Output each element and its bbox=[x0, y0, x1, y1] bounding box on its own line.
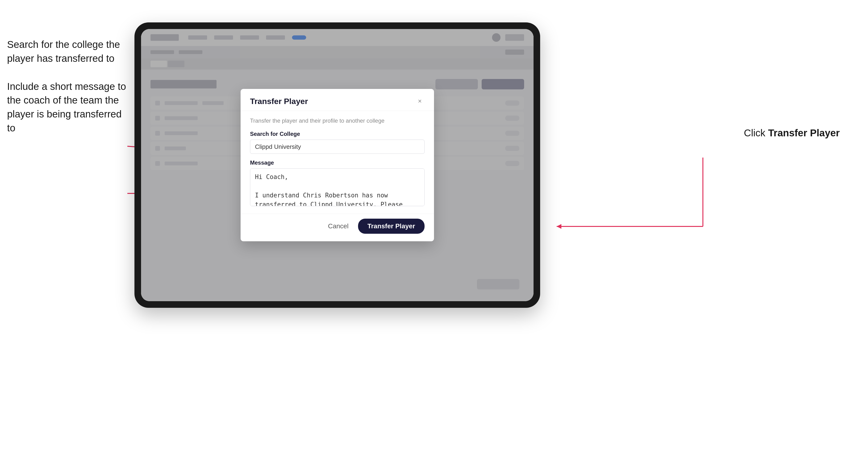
modal-footer: Cancel Transfer Player bbox=[241, 214, 434, 241]
modal-body: Transfer the player and their profile to… bbox=[241, 111, 434, 214]
annotation-text-top: Search for the college the player has tr… bbox=[7, 38, 130, 66]
message-textarea[interactable] bbox=[250, 168, 425, 206]
cancel-button[interactable]: Cancel bbox=[323, 220, 353, 233]
modal-overlay: Transfer Player × Transfer the player an… bbox=[141, 29, 533, 301]
annotation-left: Search for the college the player has tr… bbox=[7, 38, 130, 149]
message-label: Message bbox=[250, 159, 425, 166]
tablet-frame: Transfer Player × Transfer the player an… bbox=[134, 22, 540, 308]
transfer-player-button[interactable]: Transfer Player bbox=[358, 219, 425, 234]
search-label: Search for College bbox=[250, 131, 425, 137]
modal-title: Transfer Player bbox=[250, 97, 308, 106]
annotation-text-bottom: Include a short message to the coach of … bbox=[7, 80, 130, 135]
annotation-right-text: Click Transfer Player bbox=[744, 127, 840, 138]
annotation-right: Click Transfer Player bbox=[744, 127, 840, 139]
modal-subtitle: Transfer the player and their profile to… bbox=[250, 118, 425, 124]
tablet-screen: Transfer Player × Transfer the player an… bbox=[141, 29, 533, 301]
transfer-player-modal: Transfer Player × Transfer the player an… bbox=[241, 89, 434, 241]
search-college-input[interactable] bbox=[250, 139, 425, 154]
modal-header: Transfer Player × bbox=[241, 89, 434, 111]
svg-marker-8 bbox=[557, 224, 561, 229]
modal-close-button[interactable]: × bbox=[415, 96, 425, 106]
